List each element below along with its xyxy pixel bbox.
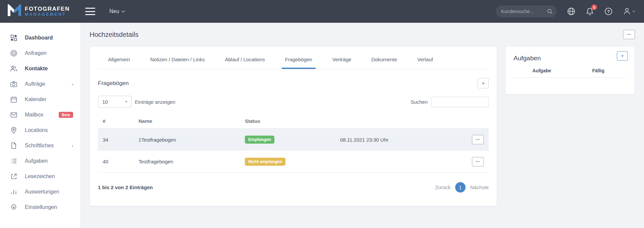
col-header-status[interactable]: Status bbox=[245, 118, 340, 124]
tab-frageboegen[interactable]: Fragebögen bbox=[282, 57, 316, 69]
sidebar-item-label: Locations bbox=[25, 127, 73, 133]
sidebar-item-label: Kontakte bbox=[25, 66, 73, 72]
language-globe-icon[interactable] bbox=[567, 7, 576, 16]
topbar-right-group: 5 ? bbox=[496, 5, 644, 17]
table-search-input[interactable] bbox=[431, 97, 489, 107]
target-icon bbox=[10, 50, 17, 57]
sidebar-item-label: Mailbox bbox=[25, 112, 51, 118]
tab-ablauf-locations[interactable]: Ablauf / Locations bbox=[221, 57, 268, 69]
sidebar-item-label: Dashboard bbox=[25, 35, 73, 41]
sidebar-item-label: Schriftliches bbox=[25, 143, 64, 149]
sidebar-item-dashboard[interactable]: Dashboard bbox=[0, 30, 80, 46]
row-id: 40 bbox=[103, 159, 139, 164]
sidebar-item-mailbox[interactable]: Mailbox Beta bbox=[0, 107, 80, 123]
table-row[interactable]: 40 Testfragebogen Nicht empfangen ••• bbox=[98, 151, 489, 173]
tab-dokumente[interactable]: Dokumente bbox=[368, 57, 400, 69]
sidebar-item-locations[interactable]: Locations bbox=[0, 123, 80, 138]
people-icon bbox=[10, 65, 17, 72]
dots-icon: ••• bbox=[476, 160, 480, 163]
plus-icon: + bbox=[482, 80, 485, 87]
gear-icon bbox=[10, 204, 17, 211]
row-actions-button[interactable]: ••• bbox=[472, 157, 484, 166]
user-menu[interactable] bbox=[623, 7, 635, 16]
sidebar-item-aufgaben[interactable]: Aufgaben bbox=[0, 153, 80, 169]
menu-toggle-icon[interactable] bbox=[85, 8, 95, 15]
dashboard-icon bbox=[10, 34, 17, 42]
sidebar-item-anfragen[interactable]: Anfragen bbox=[0, 46, 80, 61]
logo-line2: MANAGEMENT bbox=[25, 12, 70, 17]
search-icon[interactable] bbox=[547, 9, 553, 14]
current-page-button[interactable]: 1 bbox=[455, 182, 466, 193]
page-length-select[interactable]: 10 ▼ bbox=[98, 96, 131, 108]
user-icon bbox=[623, 7, 631, 16]
page-actions-button[interactable]: ••• bbox=[623, 30, 635, 39]
table-search: Suchen bbox=[411, 97, 489, 107]
chevron-down-icon bbox=[632, 10, 635, 12]
row-actions-button[interactable]: ••• bbox=[472, 135, 484, 144]
table-header-row: # Name Status bbox=[98, 114, 489, 129]
customer-search-input[interactable] bbox=[501, 9, 547, 14]
help-icon[interactable]: ? bbox=[604, 7, 613, 16]
row-date: 08.11.2021 23:30 Uhr bbox=[340, 137, 472, 143]
status-badge: Empfangen bbox=[245, 136, 274, 144]
table-row[interactable]: 34 1Testfragebogen Empfangen 08.11.2021 … bbox=[98, 129, 489, 151]
sidebar-item-label: Auswertungen bbox=[25, 189, 73, 195]
sidebar-item-kalender[interactable]: Kalender bbox=[0, 92, 80, 107]
sidebar-item-schriftliches[interactable]: Schriftliches › bbox=[0, 138, 80, 153]
bar-chart-icon bbox=[10, 188, 17, 196]
sidebar-item-kontakte[interactable]: Kontakte bbox=[0, 61, 80, 76]
beta-badge: Beta bbox=[59, 112, 73, 118]
document-icon bbox=[10, 142, 17, 149]
details-tabs: Allgemein Notizen / Dateien / Links Abla… bbox=[98, 47, 489, 69]
external-link-icon bbox=[10, 173, 17, 180]
page-length-value: 10 bbox=[102, 99, 108, 105]
page-length-label: Einträge anzeigen bbox=[135, 99, 175, 105]
svg-text:?: ? bbox=[607, 9, 610, 14]
status-badge: Nicht empfangen bbox=[245, 158, 285, 166]
row-name: 1Testfragebogen bbox=[139, 137, 245, 143]
tab-vertraege[interactable]: Verträge bbox=[329, 57, 355, 69]
neu-dropdown-button[interactable]: Neu bbox=[109, 8, 125, 14]
section-header: Fragebögen + bbox=[98, 78, 489, 88]
sidebar-item-label: Anfragen bbox=[25, 50, 73, 56]
previous-page-button[interactable]: Zurück bbox=[435, 184, 450, 190]
add-fragebogen-button[interactable]: + bbox=[478, 78, 489, 88]
table-controls: 10 ▼ Einträge anzeigen Suchen bbox=[98, 96, 489, 108]
dots-icon: ••• bbox=[476, 138, 480, 141]
tasks-card: Aufgaben + Aufgabe Fällig bbox=[505, 46, 635, 94]
tab-notizen-dateien-links[interactable]: Notizen / Dateien / Links bbox=[147, 57, 208, 69]
sidebar-item-lesezeichen[interactable]: Lesezeichen bbox=[0, 169, 80, 184]
chevron-right-icon: › bbox=[72, 82, 73, 87]
logo-line1: FOTOGRAFEN bbox=[25, 6, 70, 12]
calendar-icon bbox=[10, 96, 17, 103]
caret-down-icon: ▼ bbox=[125, 100, 128, 103]
sidebar-item-auswertungen[interactable]: Auswertungen bbox=[0, 184, 80, 200]
tasks-card-title: Aufgaben bbox=[514, 55, 627, 62]
sidebar-item-label: Kalender bbox=[25, 96, 73, 102]
tab-allgemein[interactable]: Allgemein bbox=[105, 57, 133, 69]
col-header-id[interactable]: # bbox=[103, 118, 139, 124]
notifications-bell-icon[interactable]: 5 bbox=[586, 7, 594, 16]
row-name: Testfragebogen bbox=[139, 159, 245, 164]
notification-count-badge: 5 bbox=[591, 4, 597, 10]
col-header-name[interactable]: Name bbox=[139, 118, 245, 124]
app-logo[interactable]: FOTOGRAFEN MANAGEMENT bbox=[0, 4, 78, 18]
sidebar-item-auftraege[interactable]: Aufträge › bbox=[0, 76, 80, 92]
list-icon bbox=[10, 157, 17, 165]
next-page-button[interactable]: Nächste bbox=[470, 184, 489, 190]
customer-search[interactable] bbox=[496, 5, 557, 17]
wedding-details-card: Allgemein Notizen / Dateien / Links Abla… bbox=[90, 46, 497, 206]
main-content: Hochzeitsdetails ••• Allgemein Notizen /… bbox=[80, 23, 644, 228]
envelope-icon bbox=[10, 111, 17, 119]
entries-info: 1 bis 2 von 2 Einträgen bbox=[98, 184, 153, 190]
map-pin-icon bbox=[10, 127, 17, 134]
logo-m-icon bbox=[7, 4, 21, 18]
page-header: Hochzeitsdetails ••• bbox=[90, 23, 635, 46]
sidebar-item-label: Aufträge bbox=[25, 81, 64, 87]
sidebar-item-einstellungen[interactable]: Einstellungen bbox=[0, 200, 80, 215]
add-task-button[interactable]: + bbox=[617, 51, 628, 61]
plus-icon: + bbox=[621, 53, 624, 59]
topbar: FOTOGRAFEN MANAGEMENT Neu 5 bbox=[0, 0, 644, 23]
tab-verlauf[interactable]: Verlauf bbox=[414, 57, 436, 69]
sidebar-item-label: Aufgaben bbox=[25, 158, 73, 164]
